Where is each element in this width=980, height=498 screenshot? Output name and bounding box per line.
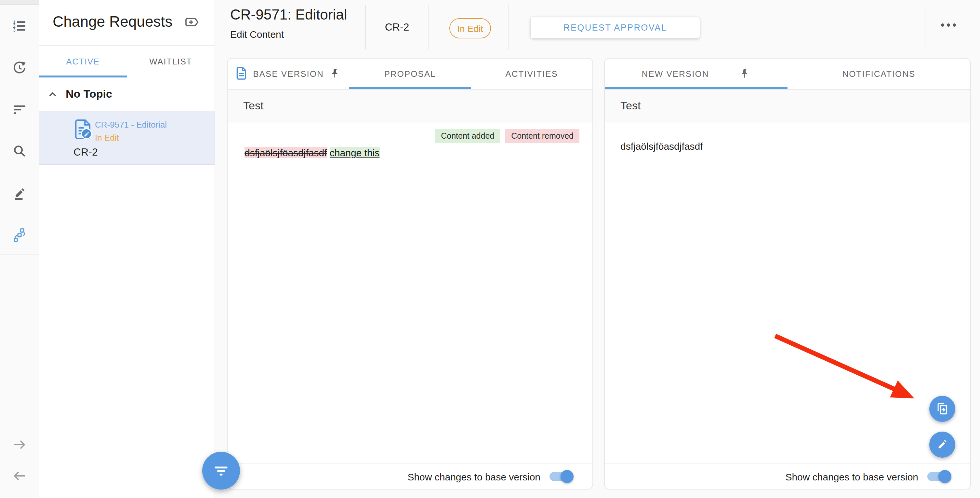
tab-proposal[interactable]: PROPOSAL — [349, 59, 471, 89]
arrow-left-icon[interactable] — [12, 468, 27, 484]
legend-removed-badge: Content removed — [505, 129, 579, 143]
proposal-footer: Show changes to base version — [228, 463, 592, 489]
show-changes-toggle[interactable] — [928, 472, 950, 481]
tab-activities[interactable]: ACTIVITIES — [471, 59, 592, 89]
document-title-row: Test — [228, 89, 592, 122]
panel-header: Change Requests — [39, 0, 215, 46]
show-changes-label: Show changes to base version — [785, 471, 918, 482]
tab-active[interactable]: ACTIVE — [39, 46, 127, 77]
search-icon[interactable] — [12, 143, 27, 159]
new-version-footer: Show changes to base version — [605, 463, 970, 489]
numbered-list-icon[interactable]: 1 2 3 — [12, 18, 27, 34]
document-title: Test — [243, 99, 263, 112]
document-icon — [236, 66, 247, 82]
rail-top-sliver — [0, 0, 39, 5]
group-row-no-topic[interactable]: No Topic — [39, 77, 215, 111]
panel-tabs: ACTIVE WAITLIST — [39, 46, 215, 77]
change-requests-panel: Change Requests ACTIVE WAITLIST No To — [39, 0, 215, 498]
toggle-thumb — [939, 470, 951, 483]
proposal-card-tabs: BASE VERSION PROPOSAL ACTIVITIES — [228, 59, 592, 89]
copy-to-new-version-fab[interactable] — [929, 396, 955, 422]
toggle-thumb — [560, 470, 574, 483]
chevron-up-icon — [47, 88, 59, 100]
version-text: dsfjaölsjföasdjfasdf — [620, 140, 703, 152]
added-text: change this — [330, 147, 379, 158]
legend-added-badge: Content added — [435, 129, 500, 143]
item-status: In Edit — [95, 133, 119, 142]
group-label: No Topic — [66, 88, 112, 101]
status-badge: In Edit — [449, 18, 491, 38]
filter-fab-button[interactable] — [202, 452, 240, 490]
item-code: CR-9571 - Editorial — [95, 120, 167, 129]
document-edit-icon — [74, 118, 94, 140]
rail-divider — [0, 255, 39, 255]
tab-label: BASE VERSION — [253, 69, 324, 79]
filter-icon[interactable] — [12, 102, 27, 117]
tab-notifications[interactable]: NOTIFICATIONS — [788, 59, 970, 89]
edit-icon[interactable] — [12, 185, 27, 201]
new-version-card: NEW VERSION NOTIFICATIONS Test dsfjaölsj… — [604, 58, 971, 490]
arrow-right-icon[interactable] — [12, 437, 27, 452]
tab-label: NEW VERSION — [642, 69, 709, 79]
icon-rail: 1 2 3 — [0, 0, 40, 498]
history-icon[interactable] — [12, 60, 27, 75]
tab-new-version[interactable]: NEW VERSION — [605, 59, 788, 89]
item-name: CR-2 — [73, 147, 98, 158]
panel-title: Change Requests — [52, 13, 172, 30]
app: 1 2 3 — [0, 0, 980, 498]
edit-fab[interactable] — [929, 432, 955, 458]
tab-waitlist[interactable]: WAITLIST — [127, 46, 215, 77]
new-version-content: dsfjaölsjföasdjfasdf — [605, 122, 970, 463]
page-title: CR-9571: Editorial — [230, 6, 347, 24]
pin-icon — [740, 67, 751, 80]
header-divider — [925, 5, 925, 49]
page-subtitle: Edit Content — [230, 29, 284, 40]
diff-text-line: dsfjaölsjföasdjfasdf change this — [245, 147, 379, 158]
list-item-cr-2[interactable]: CR-9571 - Editorial In Edit CR-2 — [39, 111, 215, 165]
document-title-row: Test — [605, 89, 970, 122]
request-approval-button[interactable]: REQUEST APPROVAL — [531, 17, 700, 38]
more-options-button[interactable] — [941, 24, 956, 27]
removed-text: dsfjaölsjföasdjfasdf — [245, 147, 327, 158]
header-divider — [428, 5, 429, 49]
diff-legend: Content added Content removed — [435, 129, 579, 143]
workflow-icon[interactable] — [12, 227, 27, 243]
cr-number-label: CR-2 — [366, 21, 428, 33]
proposal-content: Content added Content removed dsfjaölsjf… — [228, 122, 592, 463]
show-changes-toggle[interactable] — [549, 472, 572, 481]
new-version-card-tabs: NEW VERSION NOTIFICATIONS — [605, 59, 970, 89]
document-title: Test — [620, 99, 641, 112]
proposal-card: BASE VERSION PROPOSAL ACTIVITIES Test Co… — [227, 58, 593, 490]
tab-base-version[interactable]: BASE VERSION — [228, 59, 349, 89]
pin-icon — [330, 67, 341, 80]
add-change-request-button[interactable] — [185, 14, 200, 30]
header-divider — [509, 5, 509, 49]
svg-text:3: 3 — [13, 27, 16, 32]
show-changes-label: Show changes to base version — [407, 471, 540, 482]
